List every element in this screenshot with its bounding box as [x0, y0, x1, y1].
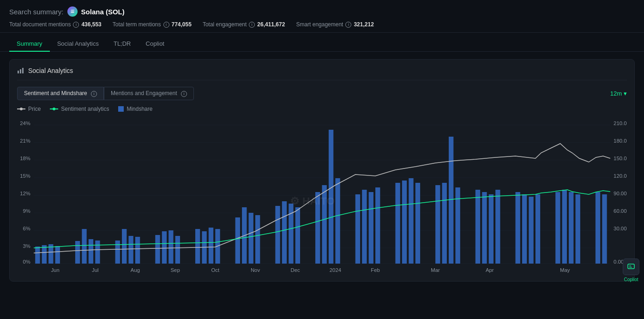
svg-text:12%: 12%: [20, 191, 30, 196]
term-mentions-value: 774,055: [172, 21, 192, 28]
svg-rect-78: [522, 194, 527, 264]
svg-rect-66: [402, 181, 407, 264]
smart-engagement-value: 321,212: [354, 21, 373, 28]
svg-rect-81: [555, 192, 560, 264]
svg-rect-38: [122, 229, 126, 264]
stats-row: Total document mentions i 436,553 Total …: [9, 21, 635, 28]
svg-rect-39: [128, 236, 133, 264]
svg-rect-69: [435, 185, 440, 264]
svg-text:Sep: Sep: [171, 267, 180, 273]
copilot-icon: [626, 262, 636, 271]
total-engagement-value: 26,411,672: [257, 21, 285, 28]
svg-rect-76: [495, 190, 500, 264]
sentiment-legend-line: [50, 108, 58, 109]
price-legend-line: [17, 108, 25, 109]
svg-text:Oct: Oct: [211, 267, 220, 273]
tab-copliot[interactable]: Copliot: [138, 36, 172, 52]
legend-mindshare: Mindshare: [118, 106, 152, 112]
search-summary-label: Search summary:: [9, 8, 64, 16]
svg-rect-35: [89, 239, 93, 264]
chart-tab-sentiment[interactable]: Sentiment and Mindshare i: [17, 87, 104, 100]
doc-mentions-info-icon[interactable]: i: [73, 22, 79, 28]
svg-text:24%: 24%: [20, 120, 30, 126]
svg-rect-29: [35, 247, 40, 264]
svg-rect-77: [516, 192, 520, 264]
svg-text:210.00: 210.00: [614, 120, 627, 126]
legend-row: Price Sentiment analytics Mindshare: [17, 106, 627, 112]
svg-text:Feb: Feb: [371, 267, 380, 273]
analytics-panel: Social Analytics Sentiment and Mindshare…: [9, 59, 635, 282]
stat-total-engagement: Total engagement i 26,411,672: [203, 21, 285, 28]
svg-rect-37: [115, 241, 120, 264]
svg-text:Mar: Mar: [431, 267, 440, 273]
svg-text:3%: 3%: [23, 243, 30, 249]
svg-rect-63: [369, 192, 373, 264]
svg-text:0.00: 0.00: [614, 259, 624, 265]
smart-engagement-info-icon[interactable]: i: [345, 22, 351, 28]
stat-smart-engagement: Smart engagement i 321,212: [296, 21, 373, 28]
copilot-icon-box: [623, 259, 639, 275]
svg-rect-85: [596, 192, 600, 264]
svg-text:May: May: [560, 267, 570, 273]
svg-rect-2: [22, 68, 24, 73]
svg-text:⚙ HAITO: ⚙ HAITO: [290, 195, 335, 207]
tab-summary[interactable]: Summary: [9, 36, 50, 52]
tab-tldr[interactable]: TL;DR: [106, 36, 138, 52]
svg-text:0%: 0%: [23, 259, 30, 265]
svg-rect-53: [275, 206, 280, 264]
chart-svg: 24% 21% 18% 15% 12% 9% 6% 3% 0% 210.00 1…: [17, 117, 627, 274]
svg-text:150.00: 150.00: [614, 156, 627, 161]
svg-text:15%: 15%: [20, 173, 30, 179]
chart-header: Sentiment and Mindshare i Mentions and E…: [17, 87, 627, 100]
chart-tab-mentions[interactable]: Mentions and Engagement i: [104, 87, 194, 100]
svg-text:30.00: 30.00: [614, 226, 626, 231]
sentiment-tab-info-icon[interactable]: i: [91, 91, 97, 97]
svg-rect-52: [255, 215, 260, 264]
copilot-label: Copliot: [624, 277, 638, 282]
svg-rect-79: [529, 197, 533, 264]
time-selector[interactable]: 12m ▾: [610, 90, 627, 97]
doc-mentions-value: 436,553: [81, 21, 101, 28]
title-row: Search summary: Solana (SOL): [9, 6, 635, 17]
svg-rect-70: [442, 183, 447, 264]
stat-term-mentions: Total term mentions i 774,055: [113, 21, 192, 28]
panel-title: Social Analytics: [28, 67, 73, 74]
svg-rect-65: [395, 183, 400, 264]
svg-rect-100: [628, 264, 634, 269]
svg-text:Apr: Apr: [486, 267, 494, 273]
svg-text:Aug: Aug: [131, 267, 140, 273]
svg-rect-34: [82, 229, 86, 264]
svg-rect-71: [449, 137, 453, 264]
total-engagement-info-icon[interactable]: i: [249, 22, 255, 28]
svg-rect-84: [576, 194, 580, 264]
svg-rect-61: [355, 194, 360, 264]
svg-text:2024: 2024: [330, 267, 341, 273]
nav-tabs: Summary Social Analytics TL;DR Copliot: [0, 33, 644, 52]
svg-text:Nov: Nov: [251, 267, 260, 273]
legend-price: Price: [17, 106, 41, 112]
mindshare-legend-box: [118, 106, 124, 112]
svg-text:9%: 9%: [23, 208, 30, 214]
svg-rect-51: [249, 213, 253, 264]
copilot-button[interactable]: Copliot: [623, 259, 639, 282]
svg-rect-44: [175, 236, 180, 264]
term-mentions-info-icon[interactable]: i: [163, 22, 169, 28]
svg-rect-42: [162, 231, 167, 264]
svg-rect-64: [375, 187, 380, 264]
svg-text:18%: 18%: [20, 156, 30, 161]
svg-text:180.00: 180.00: [614, 138, 627, 144]
svg-rect-56: [295, 207, 300, 264]
tab-social-analytics[interactable]: Social Analytics: [50, 36, 106, 52]
mentions-tab-info-icon[interactable]: i: [181, 91, 187, 97]
svg-rect-54: [282, 201, 287, 264]
page-header: Search summary: Solana (SOL) Total docum…: [0, 0, 644, 33]
svg-rect-40: [135, 237, 140, 264]
svg-rect-43: [169, 230, 173, 264]
svg-rect-47: [209, 228, 213, 264]
svg-rect-73: [475, 190, 480, 264]
main-content: Social Analytics Sentiment and Mindshare…: [0, 52, 644, 289]
svg-rect-80: [536, 194, 540, 264]
stat-doc-mentions: Total document mentions i 436,553: [9, 21, 102, 28]
svg-rect-45: [195, 229, 200, 264]
svg-rect-0: [18, 71, 19, 73]
